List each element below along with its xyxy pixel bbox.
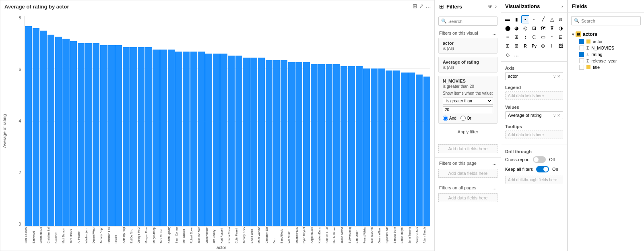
get-more-visuals-icon[interactable]: … [512,51,520,59]
viz-expand-icon[interactable]: › [561,4,563,9]
viz-values-remove-icon[interactable]: ∨ ✕ [553,113,560,118]
filled-map-icon[interactable]: 🗺 [539,24,547,32]
bar[interactable] [416,75,423,226]
area-chart-icon[interactable]: △ [548,15,556,23]
bar[interactable] [250,58,257,226]
bar[interactable] [281,60,287,226]
add-data-fields-visual[interactable]: Add data fields here [438,144,497,153]
image-icon[interactable]: 🖼 [557,42,565,50]
bar[interactable] [100,45,107,226]
filters-expand-icon[interactable]: › [495,4,497,9]
stacked-bar-icon[interactable]: ▬ [504,15,512,23]
custom-visual-icon[interactable]: ⊕ [539,42,547,50]
combo-icon[interactable]: ⧄ [557,15,565,23]
and-label[interactable]: And [443,116,456,121]
clustered-bar-icon[interactable]: ▮ [512,15,520,23]
bar[interactable] [93,43,99,226]
bar[interactable] [153,50,159,226]
waterfall-icon[interactable]: ⊞ [512,33,520,41]
stacked-column-icon[interactable]: ▫ [530,15,538,23]
bar[interactable] [258,58,265,226]
bar[interactable] [70,41,77,226]
filter-icon[interactable]: ⊞ [413,3,417,9]
field-group-header-actors[interactable]: ▾ ⊞ actors [568,30,644,38]
bar[interactable] [85,43,92,226]
clustered-column-icon[interactable]: ▪ [521,15,529,23]
bar[interactable] [341,66,347,226]
bar[interactable] [130,47,137,226]
cross-report-toggle[interactable] [533,156,546,163]
bar[interactable] [243,58,250,226]
bar[interactable] [205,54,212,226]
filter-actor[interactable]: actor is (All) [438,38,497,54]
bar[interactable] [168,50,175,226]
filter-avg-rating[interactable]: Average of rating is (All) [438,57,497,73]
field-item-title[interactable]: title [568,64,644,71]
bar[interactable] [235,56,242,226]
more-dots2-icon[interactable]: … [492,161,497,166]
bar[interactable] [401,73,408,226]
filter-value-input[interactable] [443,106,493,113]
field-checkbox-N_MOVIES[interactable] [579,46,584,50]
bar[interactable] [40,31,47,226]
bar[interactable] [318,64,325,226]
bar[interactable] [303,62,310,226]
filter-condition-select[interactable]: is greater than [443,97,493,105]
multi-row-card-icon[interactable]: ≡ [504,33,512,41]
bar[interactable] [123,47,130,226]
python-visual-icon[interactable]: Py [530,42,538,50]
bar[interactable] [115,45,122,226]
bar[interactable] [273,60,280,226]
field-checkbox-actor[interactable] [579,39,584,44]
fields-search-box[interactable]: 🔍 [571,16,641,25]
bar[interactable] [378,68,385,226]
add-data-fields-page[interactable]: Add data fields here [438,169,497,178]
field-checkbox-title[interactable] [579,65,584,70]
funnel-icon[interactable]: ⊽ [548,24,556,32]
bar[interactable] [228,56,235,226]
r-visual-icon[interactable]: R [521,42,529,50]
add-data-fields-all-pages[interactable]: Add data fields here [438,193,497,202]
bar[interactable] [311,64,318,226]
bar[interactable] [288,62,295,226]
viz-values-field[interactable]: Average of rating ∨ ✕ [505,111,563,119]
filters-search-box[interactable]: 🔍 [438,17,497,26]
more-dots3-icon[interactable]: … [492,185,497,190]
bar[interactable] [386,71,392,226]
scatter-icon[interactable]: ⬤ [504,24,512,32]
bar[interactable] [78,43,85,226]
bar[interactable] [107,45,114,226]
filters-eye-icon[interactable]: 👁 [488,4,493,9]
bar[interactable] [47,35,54,226]
bar[interactable] [138,47,144,226]
viz-tooltips-placeholder[interactable]: Add data fields here [505,131,563,139]
bar[interactable] [198,52,204,226]
bar[interactable] [356,66,363,226]
field-checkbox-rating[interactable] [579,52,584,57]
bar[interactable] [175,52,182,226]
line-chart-icon[interactable]: ╱ [539,15,547,23]
bar[interactable] [62,39,69,226]
bar[interactable] [408,73,415,226]
bar[interactable] [213,54,220,226]
more-dots-icon[interactable]: … [492,31,497,35]
field-item-release_year[interactable]: Σrelease_year [568,58,644,64]
ribbon-icon[interactable]: ⌇ [521,33,529,41]
table-icon[interactable]: ⊞ [504,42,512,50]
bar[interactable] [25,26,32,226]
or-label[interactable]: Or [460,116,471,121]
bar[interactable] [266,60,272,226]
bar[interactable] [333,64,340,226]
bar[interactable] [145,47,152,226]
bar[interactable] [55,37,62,226]
fields-search-input[interactable] [581,19,638,23]
card-icon[interactable]: ▭ [539,33,547,41]
filter-nmovies[interactable]: N_MOVIES is greater than 20 Show items w… [438,76,497,124]
bar[interactable] [371,68,378,226]
bar[interactable] [220,54,227,226]
bar[interactable] [190,52,197,226]
shapes-icon[interactable]: ◇ [504,51,512,59]
slicer-icon[interactable]: ⊟ [557,33,565,41]
donut-icon[interactable]: ◎ [521,24,529,32]
bar[interactable] [295,62,302,226]
